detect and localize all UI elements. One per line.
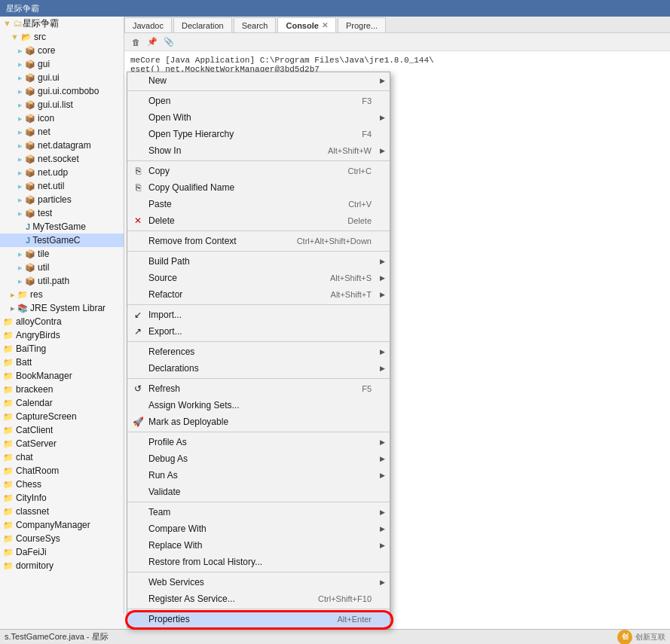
tree-item-TestGameC[interactable]: JTestGameC bbox=[0, 233, 124, 247]
menu-separator-11 bbox=[127, 230, 390, 231]
menu-item-openWith[interactable]: Open With bbox=[127, 109, 390, 126]
tree-item-Chess[interactable]: 📁Chess bbox=[0, 478, 124, 491]
tab-declaration[interactable]: Declaration bbox=[173, 17, 232, 32]
java-icon: J bbox=[26, 222, 30, 231]
menu-item-paste[interactable]: PasteCtrl+V bbox=[127, 196, 390, 212]
menu-shortcut-source: Alt+Shift+S bbox=[330, 273, 384, 282]
tree-item-chat[interactable]: 📁chat bbox=[0, 450, 124, 464]
menu-item-removeFromContext[interactable]: Remove from ContextCtrl+Alt+Shift+Down bbox=[127, 233, 390, 249]
tree-item-CatClient[interactable]: 📁CatClient bbox=[0, 423, 124, 437]
menu-item-declarations[interactable]: Declarations bbox=[127, 360, 390, 377]
menu-item-markAsDeployable[interactable]: 🚀Mark as Deployable bbox=[127, 414, 390, 430]
tree-item-DaFeiJi[interactable]: 📁DaFeiJi bbox=[0, 545, 124, 559]
tree-label-ChatRoom: ChatRoom bbox=[16, 465, 59, 476]
menu-item-webServices[interactable]: Web Services bbox=[127, 574, 390, 591]
project2-icon: 📁 bbox=[3, 344, 14, 354]
menu-separator-40 bbox=[127, 609, 390, 609]
menu-item-restoreFromLocalHistory[interactable]: Restore from Local History... bbox=[127, 554, 390, 570]
menu-item-references[interactable]: References bbox=[127, 343, 390, 360]
tree-item-root[interactable]: ▼ 🗂星际争霸 bbox=[0, 17, 124, 30]
menu-label-webServices: Web Services bbox=[148, 577, 204, 588]
tree-item-net.socket[interactable]: ▸ 📦net.socket bbox=[0, 152, 124, 166]
menu-item-copy[interactable]: ⎘CopyCtrl+C bbox=[127, 163, 390, 179]
tree-item-CaptureScreen[interactable]: 📁CaptureScreen bbox=[0, 410, 124, 423]
tree-item-dormitory[interactable]: 📁dormitory bbox=[0, 559, 124, 572]
menu-label-profileAs: Profile As bbox=[148, 437, 187, 447]
tree-label-net: net bbox=[38, 127, 50, 137]
tree-item-icon[interactable]: ▸ 📦icon bbox=[0, 111, 124, 125]
project2-icon: 📁 bbox=[3, 453, 14, 462]
tree-item-tile[interactable]: ▸ 📦tile bbox=[0, 247, 124, 261]
menu-item-assignWorkingSets[interactable]: Assign Working Sets... bbox=[127, 397, 390, 414]
menu-item-buildPath[interactable]: Build Path bbox=[127, 253, 390, 270]
scroll-lock-btn[interactable]: 📌 bbox=[145, 35, 159, 49]
tree-item-BaiTing[interactable]: 📁BaiTing bbox=[0, 342, 124, 356]
menu-separator-13 bbox=[127, 251, 390, 252]
menu-item-copyQualifiedName[interactable]: ⎘Copy Qualified Name bbox=[127, 179, 390, 196]
menu-item-validate[interactable]: Validate bbox=[127, 484, 390, 500]
menu-item-team[interactable]: Team bbox=[127, 504, 390, 520]
tree-item-Calendar[interactable]: 📁Calendar bbox=[0, 396, 124, 410]
tree-item-CourseSys[interactable]: 📁CourseSys bbox=[0, 532, 124, 545]
menu-item-import[interactable]: ↙Import... bbox=[127, 307, 390, 323]
menu-item-replaceWith[interactable]: Replace With bbox=[127, 537, 390, 554]
tree-item-alloyContra[interactable]: 📁alloyContra bbox=[0, 315, 124, 328]
tree-item-classnet[interactable]: 📁classnet bbox=[0, 505, 124, 518]
tree-item-gui.ui.combobo[interactable]: ▸ 📦gui.ui.combobo bbox=[0, 84, 124, 98]
tree-item-brackeen[interactable]: 📁brackeen bbox=[0, 383, 124, 396]
menu-shortcut-properties: Alt+Enter bbox=[337, 615, 384, 624]
menu-item-compareWith[interactable]: Compare With bbox=[127, 520, 390, 537]
menu-item-export[interactable]: ↗Export... bbox=[127, 323, 390, 340]
tab-search[interactable]: Search bbox=[234, 17, 277, 32]
tree-label-DaFeiJi: DaFeiJi bbox=[16, 547, 47, 557]
menu-item-properties[interactable]: PropertiesAlt+Enter bbox=[127, 611, 390, 627]
tree-item-particles[interactable]: ▸ 📦particles bbox=[0, 193, 124, 206]
tree-item-CompanyManager[interactable]: 📁CompanyManager bbox=[0, 518, 124, 532]
tree-item-AngryBirds[interactable]: 📁AngryBirds bbox=[0, 328, 124, 342]
tab-progress[interactable]: Progre... bbox=[338, 17, 386, 32]
tree-item-net.util[interactable]: ▸ 📦net.util bbox=[0, 179, 124, 193]
pin-btn[interactable]: 📎 bbox=[162, 35, 176, 49]
clear-console-btn[interactable]: 🗑 bbox=[129, 35, 142, 49]
menu-item-profileAs[interactable]: Profile As bbox=[127, 434, 390, 450]
menu-item-debugAs[interactable]: Debug As bbox=[127, 450, 390, 467]
menu-item-runAs[interactable]: Run As bbox=[127, 467, 390, 484]
menu-item-registerAsService[interactable]: Register As Service...Ctrl+Shift+F10 bbox=[127, 591, 390, 607]
menu-item-open[interactable]: OpenF3 bbox=[127, 93, 390, 109]
tree-item-net.udp[interactable]: ▸ 📦net.udp bbox=[0, 166, 124, 179]
menu-item-openTypeHierarchy[interactable]: Open Type HierarchyF4 bbox=[127, 126, 390, 142]
tab-console[interactable]: Console✕ bbox=[277, 17, 335, 32]
tree-item-BookManager[interactable]: 📁BookManager bbox=[0, 369, 124, 383]
menu-item-source[interactable]: SourceAlt+Shift+S bbox=[127, 270, 390, 286]
menu-item-new[interactable]: New bbox=[127, 72, 390, 89]
tree-item-jre[interactable]: ▸ 📚JRE System Librar bbox=[0, 301, 124, 315]
menu-label-showIn: Show In bbox=[148, 145, 181, 156]
tree-item-src[interactable]: ▼ 📂src bbox=[0, 30, 124, 44]
tree-item-net[interactable]: ▸ 📦net bbox=[0, 125, 124, 139]
tree-item-CityInfo[interactable]: 📁CityInfo bbox=[0, 491, 124, 505]
status-text: s.TestGameCore.java - 星际 bbox=[5, 631, 109, 642]
tree-label-BaiTing: BaiTing bbox=[16, 343, 46, 354]
title-text: 星际争霸 bbox=[6, 3, 39, 14]
tree-label-src: src bbox=[34, 32, 46, 42]
tree-item-net.datagram[interactable]: ▸ 📦net.datagram bbox=[0, 139, 124, 152]
tree-item-test[interactable]: ▸ 📦test bbox=[0, 206, 124, 220]
tree-item-ChatRoom[interactable]: 📁ChatRoom bbox=[0, 464, 124, 478]
tree-item-gui[interactable]: ▸ 📦gui bbox=[0, 57, 124, 71]
tab-javadoc[interactable]: Javadoc bbox=[124, 17, 172, 32]
tree-item-res[interactable]: ▸ 📁res bbox=[0, 288, 124, 301]
tree-item-core[interactable]: ▸ 📦core bbox=[0, 44, 124, 57]
menu-item-delete[interactable]: ✕DeleteDelete bbox=[127, 212, 390, 229]
console-line1: meCore [Java Application] C:\Program Fil… bbox=[130, 56, 664, 65]
menu-item-refactor[interactable]: RefactorAlt+Shift+T bbox=[127, 286, 390, 303]
tree-item-CatServer[interactable]: 📁CatServer bbox=[0, 437, 124, 450]
tree-item-util.path[interactable]: ▸ 📦util.path bbox=[0, 274, 124, 288]
tree-item-gui.ui.list[interactable]: ▸ 📦gui.ui.list bbox=[0, 98, 124, 111]
menu-item-refresh[interactable]: ↺RefreshF5 bbox=[127, 380, 390, 397]
tab-close-console[interactable]: ✕ bbox=[322, 21, 328, 29]
tree-item-util[interactable]: ▸ 📦util bbox=[0, 261, 124, 274]
tree-item-gui.ui[interactable]: ▸ 📦gui.ui bbox=[0, 71, 124, 84]
menu-item-showIn[interactable]: Show InAlt+Shift+W bbox=[127, 142, 390, 159]
tree-item-Batt[interactable]: 📁Batt bbox=[0, 356, 124, 369]
tree-item-MyTestGame[interactable]: JMyTestGame bbox=[0, 220, 124, 233]
